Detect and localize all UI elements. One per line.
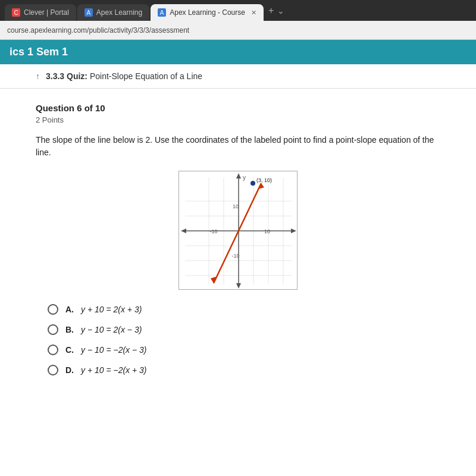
tab-chevron-icon: ⌄ <box>277 6 284 15</box>
radio-a[interactable] <box>48 304 58 315</box>
question-number: Question 6 of 10 <box>36 103 440 113</box>
answer-choice-c[interactable]: C. y − 10 = −2(x − 3) <box>48 345 440 355</box>
page-content: ics 1 Sem 1 ↑ 3.3.3 Quiz: Point-Slope Eq… <box>0 40 476 476</box>
svg-marker-15 <box>181 228 186 233</box>
browser-tab-bar: C Clever | Portal A Apex Learning A Apex… <box>0 0 476 21</box>
apex1-icon: A <box>84 8 93 17</box>
quiz-title-text: Point-Slope Equation of a Line <box>90 71 202 81</box>
tab-clever[interactable]: C Clever | Portal <box>5 4 76 21</box>
svg-text:(3, 10): (3, 10) <box>256 177 272 183</box>
choice-a-text: y + 10 = 2(x + 3) <box>81 305 142 314</box>
choice-d-label: D. <box>65 365 74 375</box>
quiz-section-number: 3.3.3 Quiz: <box>46 71 87 81</box>
coordinate-graph: 10 -10 -10 10 y <box>178 171 298 290</box>
answer-choice-b[interactable]: B. y − 10 = 2(x − 3) <box>48 324 440 335</box>
choice-a-label: A. <box>65 305 74 314</box>
svg-marker-12 <box>236 173 241 178</box>
site-header: ics 1 Sem 1 <box>0 40 476 64</box>
choice-b-text: y − 10 = 2(x − 3) <box>81 325 142 334</box>
answer-choice-d[interactable]: D. y + 10 = −2(x + 3) <box>48 365 440 375</box>
question-text: The slope of the line below is 2. Use th… <box>36 134 440 159</box>
svg-text:10: 10 <box>264 228 270 234</box>
apex2-icon: A <box>158 8 166 17</box>
question-area: Question 6 of 10 2 Points The slope of t… <box>0 89 476 390</box>
answer-choice-a[interactable]: A. y + 10 = 2(x + 3) <box>48 304 440 315</box>
quiz-header: ↑ 3.3.3 Quiz: Point-Slope Equation of a … <box>0 64 476 89</box>
svg-text:-10: -10 <box>209 228 217 234</box>
site-title: ics 1 Sem 1 <box>10 46 68 58</box>
svg-marker-13 <box>291 228 296 233</box>
close-icon[interactable]: ✕ <box>251 9 256 17</box>
choice-b-label: B. <box>65 325 74 334</box>
choice-d-text: y + 10 = −2(x + 3) <box>81 365 147 375</box>
tab-apex2[interactable]: A Apex Learning - Course ✕ <box>151 4 264 21</box>
svg-line-21 <box>214 183 261 283</box>
tab-apex1[interactable]: A Apex Learning <box>77 4 149 21</box>
radio-b[interactable] <box>48 324 58 335</box>
clever-icon: C <box>12 8 20 17</box>
svg-text:y: y <box>243 174 246 181</box>
choice-c-text: y − 10 = −2(x − 3) <box>81 345 147 355</box>
svg-marker-14 <box>236 283 241 289</box>
svg-marker-22 <box>258 183 264 189</box>
address-bar[interactable]: course.apexlearning.com/public/activity/… <box>0 21 476 40</box>
svg-text:10: 10 <box>233 203 239 209</box>
up-arrow-icon: ↑ <box>36 71 40 81</box>
radio-c[interactable] <box>48 345 58 355</box>
new-tab-button[interactable]: + <box>265 5 277 16</box>
svg-text:-10: -10 <box>231 253 239 259</box>
svg-point-24 <box>250 181 255 186</box>
url-text: course.apexlearning.com/public/activity/… <box>7 26 189 35</box>
tab-clever-label: Clever | Portal <box>24 8 69 17</box>
radio-d[interactable] <box>48 365 58 375</box>
tab-apex1-label: Apex Learning <box>96 8 142 17</box>
graph-svg: 10 -10 -10 10 y <box>179 171 298 290</box>
quiz-section: 3.3.3 Quiz: Point-Slope Equation of a Li… <box>46 71 202 81</box>
tab-apex2-label: Apex Learning - Course <box>170 8 245 17</box>
graph-container: 10 -10 -10 10 y <box>36 171 440 290</box>
choice-c-label: C. <box>65 345 74 355</box>
answer-choices: A. y + 10 = 2(x + 3) B. y − 10 = 2(x − 3… <box>36 304 440 375</box>
points-label: 2 Points <box>36 115 440 124</box>
